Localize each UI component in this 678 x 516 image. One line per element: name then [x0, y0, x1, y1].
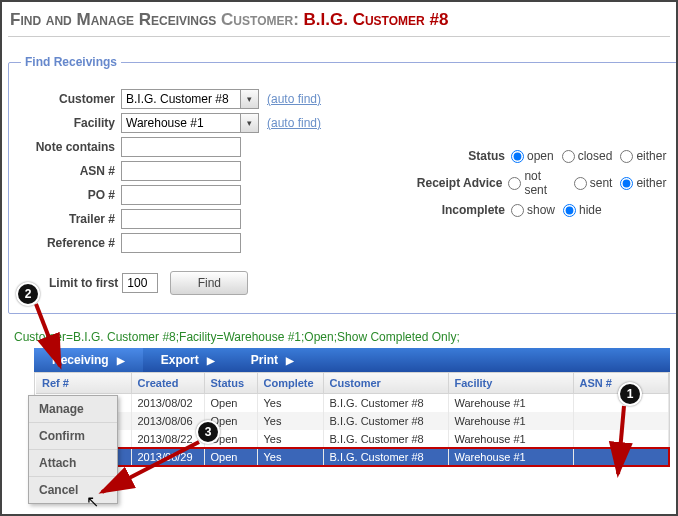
cell-asn [573, 412, 669, 430]
trailer-input[interactable] [121, 209, 241, 229]
cell-asn [573, 430, 669, 448]
table-row[interactable]: racticeinvoice2013/08/22OpenYesB.I.G. Cu… [36, 430, 669, 448]
cell-customer: B.I.G. Customer #8 [323, 448, 448, 466]
callout-3: 3 [196, 420, 220, 444]
fieldset-legend: Find Receivings [21, 55, 121, 69]
callout-2: 2 [16, 282, 40, 306]
customer-label: Customer [21, 92, 121, 106]
submenu-cancel[interactable]: Cancel [29, 476, 117, 503]
po-input[interactable] [121, 185, 241, 205]
incomplete-hide-text: hide [579, 203, 602, 217]
cell-facility: Warehouse #1 [448, 430, 573, 448]
status-label: Status [401, 149, 511, 163]
divider [8, 36, 670, 37]
menu-print[interactable]: Print▶ [233, 348, 312, 372]
cell-complete: Yes [257, 448, 323, 466]
status-open-text: open [527, 149, 554, 163]
find-receivings-fieldset: Find Receivings Customer ▾ (auto find) F… [8, 55, 678, 314]
chevron-right-icon: ▶ [117, 355, 125, 366]
results-grid-wrap: Ref # Created Status Complete Customer F… [34, 372, 670, 467]
menu-receiving-label: Receiving [52, 353, 109, 367]
cell-customer: B.I.G. Customer #8 [323, 430, 448, 448]
col-created[interactable]: Created [131, 373, 204, 394]
facility-autofind-link[interactable]: (auto find) [267, 116, 321, 130]
cell-created: 2013/08/06 [131, 412, 204, 430]
status-closed-text: closed [578, 149, 613, 163]
cell-status: Open [204, 448, 257, 466]
cell-customer: B.I.G. Customer #8 [323, 394, 448, 413]
results-table: Ref # Created Status Complete Customer F… [35, 373, 669, 466]
cell-facility: Warehouse #1 [448, 412, 573, 430]
table-row[interactable]: RecptTst2013/08/02OpenYesB.I.G. Customer… [36, 394, 669, 413]
cell-created: 2013/08/29 [131, 448, 204, 466]
cell-status: Open [204, 394, 257, 413]
cell-asn [573, 448, 669, 466]
limit-label: Limit to first [49, 276, 118, 290]
menubar: Receiving▶ Export▶ Print▶ [34, 348, 670, 372]
receiving-submenu: Manage Confirm Attach Cancel [28, 395, 118, 504]
col-facility[interactable]: Facility [448, 373, 573, 394]
asn-input[interactable] [121, 161, 241, 181]
page-title: Find and Manage Receivings Customer: B.I… [8, 6, 670, 36]
cell-facility: Warehouse #1 [448, 448, 573, 466]
limit-input[interactable] [122, 273, 158, 293]
chevron-right-icon: ▶ [286, 355, 294, 366]
receipt-notsent-text: not sent [524, 169, 565, 197]
find-button[interactable]: Find [170, 271, 248, 295]
table-row[interactable]: estBilling2013/08/29OpenYesB.I.G. Custom… [36, 448, 669, 466]
status-closed-radio[interactable] [562, 150, 575, 163]
incomplete-label: Incomplete [401, 203, 511, 217]
receipt-notsent-radio[interactable] [508, 177, 521, 190]
status-open-radio[interactable] [511, 150, 524, 163]
asn-label: ASN # [21, 164, 121, 178]
menu-export-label: Export [161, 353, 199, 367]
query-string: Customer=B.I.G. Customer #8;Facility=War… [14, 330, 670, 344]
form-left-column: Customer ▾ (auto find) Facility ▾ (auto … [21, 89, 361, 257]
table-row[interactable]: ingReceipt22013/08/06OpenYesB.I.G. Custo… [36, 412, 669, 430]
trailer-label: Trailer # [21, 212, 121, 226]
submenu-manage[interactable]: Manage [29, 396, 117, 422]
col-complete[interactable]: Complete [257, 373, 323, 394]
form-right-column: Status open closed either Receipt Advice… [401, 89, 674, 257]
facility-dropdown-icon[interactable]: ▾ [241, 113, 259, 133]
po-label: PO # [21, 188, 121, 202]
receipt-either-text: either [636, 176, 666, 190]
customer-dropdown-icon[interactable]: ▾ [241, 89, 259, 109]
cell-created: 2013/08/22 [131, 430, 204, 448]
customer-autofind-link[interactable]: (auto find) [267, 92, 321, 106]
reference-label: Reference # [21, 236, 121, 250]
status-either-text: either [636, 149, 666, 163]
submenu-confirm[interactable]: Confirm [29, 422, 117, 449]
cell-complete: Yes [257, 430, 323, 448]
submenu-attach[interactable]: Attach [29, 449, 117, 476]
chevron-right-icon: ▶ [207, 355, 215, 366]
col-ref[interactable]: Ref # [36, 373, 131, 394]
cell-customer: B.I.G. Customer #8 [323, 412, 448, 430]
menu-receiving[interactable]: Receiving▶ [34, 348, 143, 372]
receipt-sent-radio[interactable] [574, 177, 587, 190]
table-header-row: Ref # Created Status Complete Customer F… [36, 373, 669, 394]
status-either-radio[interactable] [620, 150, 633, 163]
reference-input[interactable] [121, 233, 241, 253]
customer-input[interactable] [121, 89, 241, 109]
title-part2: Customer: [221, 10, 299, 29]
menu-export[interactable]: Export▶ [143, 348, 233, 372]
cell-facility: Warehouse #1 [448, 394, 573, 413]
incomplete-show-radio[interactable] [511, 204, 524, 217]
col-status[interactable]: Status [204, 373, 257, 394]
facility-input[interactable] [121, 113, 241, 133]
note-input[interactable] [121, 137, 241, 157]
receipt-sent-text: sent [590, 176, 613, 190]
col-customer[interactable]: Customer [323, 373, 448, 394]
receipt-label: Receipt Advice [401, 176, 508, 190]
title-part1: Find and Manage Receivings [10, 10, 216, 29]
incomplete-hide-radio[interactable] [563, 204, 576, 217]
cell-complete: Yes [257, 394, 323, 413]
receipt-either-radio[interactable] [620, 177, 633, 190]
note-label: Note contains [21, 140, 121, 154]
cell-complete: Yes [257, 412, 323, 430]
incomplete-show-text: show [527, 203, 555, 217]
cell-created: 2013/08/02 [131, 394, 204, 413]
callout-1: 1 [618, 382, 642, 406]
title-customer: B.I.G. Customer #8 [304, 10, 449, 29]
